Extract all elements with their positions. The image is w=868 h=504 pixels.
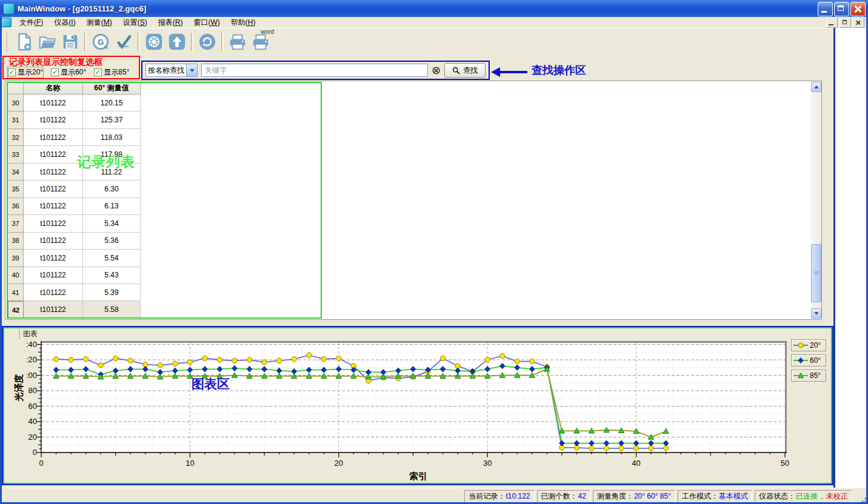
name-cell[interactable]: t101122	[24, 301, 83, 318]
value-cell[interactable]: 120.15	[83, 94, 141, 111]
name-cell[interactable]: t101122	[24, 198, 83, 215]
row-number-cell[interactable]: 41	[8, 284, 24, 301]
checkbox-check-icon[interactable]: ✓	[51, 68, 59, 76]
table-row[interactable]: 36t1011226.13	[8, 198, 141, 215]
status-panel-1: 已测个数：42	[537, 490, 590, 503]
legend-item-85°[interactable]: 85°	[791, 370, 826, 382]
name-column-header[interactable]: 名称	[24, 82, 83, 94]
row-number-cell[interactable]: 32	[8, 129, 24, 146]
y-axis-tick-label: 40	[12, 417, 37, 426]
scroll-up-icon[interactable]	[811, 82, 821, 92]
menu-item-5[interactable]: 窗口(W)	[188, 17, 225, 28]
row-number-cell[interactable]: 38	[8, 233, 24, 250]
find-button[interactable]: 查找	[444, 63, 486, 78]
mdi-restore-button[interactable]	[840, 18, 851, 28]
row-number-cell[interactable]: 39	[8, 250, 24, 267]
search-input[interactable]	[201, 64, 428, 77]
close-button[interactable]	[850, 2, 866, 16]
mdi-minimize-button[interactable]	[826, 18, 838, 28]
row-number-cell[interactable]: 37	[8, 215, 24, 232]
name-cell[interactable]: t101122	[24, 233, 83, 250]
legend-label: 60°	[810, 356, 821, 365]
display-checkbox-2[interactable]: ✓显示85°	[94, 67, 129, 78]
table-row[interactable]: 35t1011226.30	[8, 181, 141, 197]
table-row[interactable]: 38t1011225.36	[8, 233, 141, 250]
mdi-close-button[interactable]	[853, 18, 864, 28]
status-value: 42	[578, 492, 586, 500]
restore-button[interactable]	[834, 2, 849, 16]
row-number-cell[interactable]: 40	[8, 267, 24, 284]
display-checkbox-0[interactable]: ✓显示20°	[8, 67, 43, 78]
print-button[interactable]	[226, 30, 249, 53]
menu-item-1[interactable]: 仪器(I)	[48, 17, 81, 28]
name-cell[interactable]: t101122	[24, 129, 83, 146]
search-area: 按名称查找 ⊗ 查找	[141, 61, 490, 80]
menu-item-6[interactable]: 帮助(H)	[225, 17, 261, 28]
clear-search-icon[interactable]: ⊗	[432, 65, 441, 76]
g-report-button[interactable]: G	[89, 30, 112, 53]
upload-button[interactable]	[165, 30, 189, 53]
table-scrollbar[interactable]	[811, 82, 821, 319]
table-row[interactable]: 41t1011225.39	[8, 284, 141, 301]
save-button[interactable]	[59, 30, 82, 53]
check-confirm-button[interactable]	[112, 30, 135, 53]
row-number-cell[interactable]: 33	[8, 146, 24, 163]
chevron-down-icon[interactable]	[186, 64, 197, 76]
display-checkbox-1[interactable]: ✓显示60°	[51, 67, 86, 78]
name-cell[interactable]: t101122	[24, 250, 83, 267]
name-cell[interactable]: t101122	[24, 267, 83, 284]
menu-item-3[interactable]: 设置(S)	[118, 17, 153, 28]
value-cell[interactable]: 5.43	[83, 267, 141, 284]
checkbox-check-icon[interactable]: ✓	[8, 68, 16, 76]
table-row[interactable]: 40t1011225.43	[8, 267, 141, 284]
value-cell[interactable]: 5.39	[83, 284, 141, 301]
table-row[interactable]: 31t101122125.37	[8, 111, 141, 128]
value-cell[interactable]: 5.58	[83, 301, 141, 318]
name-cell[interactable]: t101122	[24, 111, 83, 128]
name-cell[interactable]: t101122	[24, 215, 83, 232]
search-mode-dropdown[interactable]: 按名称查找	[145, 64, 198, 77]
refresh-button[interactable]	[196, 30, 219, 53]
value-cell[interactable]: 118.03	[83, 129, 141, 146]
row-number-cell[interactable]: 36	[8, 198, 24, 215]
table-row[interactable]: 30t101122120.15	[8, 94, 141, 111]
table-row[interactable]: 32t101122118.03	[8, 129, 141, 146]
table-row[interactable]: 37t1011225.34	[8, 215, 141, 232]
name-cell[interactable]: t101122	[24, 164, 83, 181]
menu-item-0[interactable]: 文件(F)	[14, 17, 48, 28]
value-cell[interactable]: 125.37	[83, 111, 141, 128]
value-cell[interactable]: 5.34	[83, 215, 141, 232]
value-cell[interactable]: 5.36	[83, 233, 141, 250]
value-cell[interactable]: 6.13	[83, 198, 141, 215]
menu-item-4[interactable]: 报表(R)	[153, 17, 189, 28]
minimize-button[interactable]	[818, 2, 833, 16]
scroll-down-icon[interactable]	[811, 308, 821, 319]
name-cell[interactable]: t101122	[24, 181, 83, 197]
legend-item-60°[interactable]: 60°	[791, 354, 826, 366]
row-number-cell[interactable]: 31	[8, 111, 24, 128]
value-column-header[interactable]: 60° 测量值	[83, 82, 141, 94]
menu-item-2[interactable]: 测量(M)	[81, 17, 118, 28]
name-cell[interactable]: t101122	[24, 94, 83, 111]
new-file-button[interactable]	[13, 30, 36, 53]
row-number-cell[interactable]: 34	[8, 164, 24, 181]
status-panel-2: 测量角度：20° 60° 85°	[593, 490, 675, 503]
open-folder-button[interactable]	[36, 30, 59, 53]
status-label: 工作模式：	[682, 491, 718, 502]
row-number-cell[interactable]: 35	[8, 181, 24, 197]
scrollbar-thumb[interactable]	[811, 244, 821, 302]
name-cell[interactable]: t101122	[24, 284, 83, 301]
wheel-button[interactable]	[142, 30, 165, 53]
table-row[interactable]: 42t1011225.58	[8, 301, 141, 318]
value-cell[interactable]: 5.54	[83, 250, 141, 267]
value-cell[interactable]: 6.30	[83, 181, 141, 197]
row-number-cell[interactable]: 30	[8, 94, 24, 111]
print-word-button[interactable]: word	[249, 30, 272, 53]
legend-item-20°[interactable]: 20°	[791, 339, 826, 351]
name-cell[interactable]: t101122	[24, 146, 83, 163]
checkbox-check-icon[interactable]: ✓	[94, 68, 102, 76]
status-panel-4: 仪器状态：已连接，未校正	[755, 490, 852, 503]
row-number-cell[interactable]: 42	[8, 301, 24, 318]
table-row[interactable]: 39t1011225.54	[8, 250, 141, 267]
toolbar-separator	[191, 33, 193, 51]
